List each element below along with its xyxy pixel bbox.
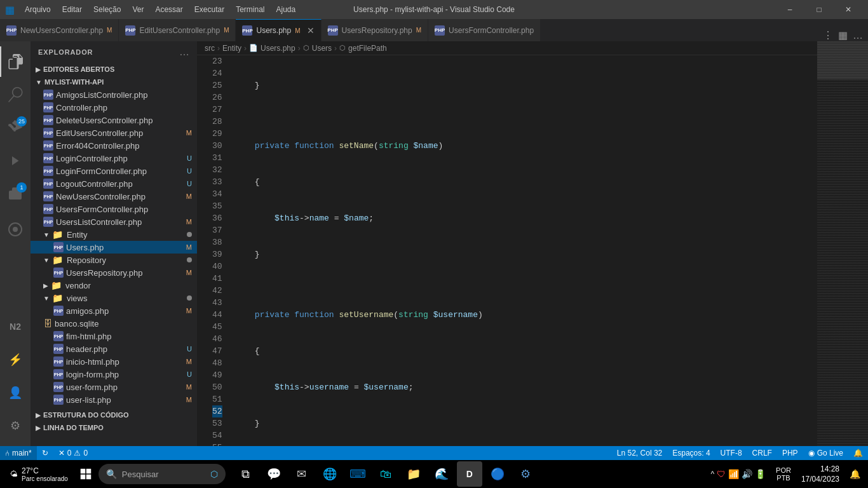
timeline-section[interactable]: ▶ LINHA DO TEMPO (31, 421, 197, 434)
file-usersrepository[interactable]: PHP UsersRepository.php M (31, 266, 197, 279)
edge-taskbar-icon[interactable]: 🔵 (485, 461, 510, 487)
chat-icon[interactable]: 💬 (261, 461, 287, 487)
close-button[interactable]: ✕ (834, 0, 863, 19)
tab-users-active[interactable]: PHP Users.php M ✕ (236, 19, 321, 41)
errors-status[interactable]: ✕ 0 ⚠ 0 (53, 446, 93, 460)
windows-store-icon[interactable]: 🛍 (373, 461, 398, 487)
folder-vendor[interactable]: ▶ 📁 vendor (31, 279, 197, 292)
tab-close-button[interactable]: ✕ (307, 25, 315, 36)
file-loginform[interactable]: PHP login-form.php U (31, 368, 197, 381)
menu-ajuda[interactable]: Ajuda (271, 4, 301, 15)
menu-selecao[interactable]: Seleção (88, 4, 126, 15)
project-section[interactable]: ▼ MYLIST-WITH-API (31, 76, 197, 88)
line-ending-setting[interactable]: CRLF (747, 446, 777, 460)
file-userlist[interactable]: PHP user-list.php M (31, 393, 197, 406)
file-header[interactable]: PHP header.php U (31, 342, 197, 355)
file-amigos[interactable]: PHP amigos.php M (31, 304, 197, 317)
mail-icon[interactable]: ✉ (289, 461, 315, 487)
activity-explorer[interactable] (0, 46, 31, 77)
activity-search[interactable] (0, 79, 31, 110)
file-logoutcontroller[interactable]: PHP LogoutController.php U (31, 177, 197, 190)
go-live-button[interactable]: ◉ Go Live (803, 446, 848, 460)
git-branch-icon: ⑃ (5, 449, 10, 458)
locale-indicator[interactable]: POR PTB (773, 466, 794, 482)
bc-file[interactable]: Users.php (261, 44, 295, 53)
taskview-icon[interactable]: ⧉ (233, 461, 259, 487)
volume-icon[interactable]: 🔊 (742, 469, 752, 479)
file-userslist[interactable]: PHP UsersListController.php M (31, 215, 197, 228)
activity-run[interactable] (0, 146, 31, 176)
activity-remote[interactable] (0, 214, 31, 245)
activity-settings[interactable]: ⚙ (0, 410, 31, 441)
git-branch-status[interactable]: ⑃ main* (0, 446, 37, 460)
activity-git[interactable]: 25 (0, 112, 31, 143)
taskbar-search-bar[interactable]: 🔍 Pesquisar ⬡ (98, 464, 226, 484)
encoding-setting[interactable]: UTF-8 (715, 446, 747, 460)
menu-editar[interactable]: Editar (57, 4, 87, 15)
minimize-button[interactable]: – (775, 0, 804, 19)
notifications-icon[interactable]: 🔔 (848, 446, 868, 460)
file-editusers[interactable]: PHP EditUsersController.php M (31, 126, 197, 139)
file-controller[interactable]: PHP Controller.php (31, 101, 197, 114)
estrutura-section[interactable]: ▶ ESTRUTURA DO CÓDIGO (31, 409, 197, 421)
folder-repository[interactable]: ▼ 📁 Repository (31, 254, 197, 266)
system-clock[interactable]: 14:28 17/04/2023 (796, 464, 844, 484)
restore-button[interactable]: □ (804, 0, 834, 19)
antivirus-icon[interactable]: 🛡 (717, 469, 726, 479)
tab-newuserscontroller[interactable]: PHP NewUsersController.php M (0, 19, 119, 41)
folder-entity[interactable]: ▼ 📁 Entity (31, 228, 197, 241)
split-editor-icon[interactable]: ▦ (838, 29, 848, 41)
start-button[interactable] (76, 464, 96, 484)
new-file-icon[interactable]: … (179, 46, 189, 58)
battery-icon[interactable]: 🔋 (755, 469, 766, 479)
tab-edituserscontroller[interactable]: PHP EditUsersController.php M (119, 19, 236, 41)
file-iniciohtml[interactable]: PHP inicio-html.php M (31, 355, 197, 368)
file-loginformcontroller[interactable]: PHP LoginFormController.php U (31, 165, 197, 177)
menu-terminal[interactable]: Terminal (231, 4, 269, 15)
activity-lightning[interactable]: ⚡ (0, 344, 31, 375)
tab-usersrepository[interactable]: PHP UsersRepository.php M (322, 19, 429, 41)
menu-executar[interactable]: Executar (189, 4, 229, 15)
notification-bell[interactable]: 🔔 (847, 469, 863, 479)
cursor-position[interactable]: Ln 52, Col 32 (612, 446, 667, 460)
vscode-taskbar-icon[interactable]: ⌨ (345, 461, 370, 487)
folder-views[interactable]: ▼ 📁 views (31, 292, 197, 304)
file-bancosqlite[interactable]: 🗄 banco.sqlite (31, 317, 197, 330)
file-error404[interactable]: PHP Error404Controller.php (31, 139, 197, 152)
network-icon[interactable]: 📶 (728, 469, 739, 479)
menu-arquivo[interactable]: Arquivo (20, 4, 56, 15)
minimap-slider[interactable] (817, 41, 868, 79)
file-explorer-icon[interactable]: 📁 (401, 461, 426, 487)
code-editor[interactable]: 23 24 25 26 27 28 29 30 31 32 33 34 35 3… (197, 55, 817, 446)
tab-usersformcontroller[interactable]: PHP UsersFormController.php (428, 19, 541, 41)
activity-account[interactable]: 👤 (0, 377, 31, 408)
activity-extensions[interactable]: 1 (0, 179, 31, 209)
tray-expand-icon[interactable]: ^ (710, 470, 714, 478)
open-editors-section[interactable]: ▶ EDITORES ABERTOS (31, 63, 197, 76)
open-editors-icon[interactable]: ⋮ (823, 29, 833, 41)
bc-method[interactable]: getFilePath (348, 44, 387, 53)
file-logincontroller[interactable]: PHP LoginController.php U (31, 152, 197, 165)
activity-n2[interactable]: N2 (0, 311, 31, 342)
file-users-selected[interactable]: PHP Users.php M (31, 241, 197, 254)
file-usersform[interactable]: PHP UsersFormController.php (31, 203, 197, 215)
taskbar-weather[interactable]: 🌤 27°C Parc ensolarado (5, 466, 73, 482)
file-newusers[interactable]: PHP NewUsersController.php M (31, 190, 197, 203)
bc-entity[interactable]: Entity (222, 44, 241, 53)
file-amigoslistcontroller[interactable]: PHP AmigosListController.php (31, 88, 197, 101)
browser-icon[interactable]: 🌐 (317, 461, 342, 487)
sync-status[interactable]: ↻ (37, 446, 53, 460)
file-userform[interactable]: PHP user-form.php M (31, 381, 197, 393)
spaces-setting[interactable]: Espaços: 4 (667, 446, 715, 460)
dell-icon[interactable]: D (457, 461, 482, 487)
menu-ver[interactable]: Ver (127, 4, 149, 15)
devtools-icon[interactable]: ⚙ (513, 461, 538, 487)
file-fimhtml[interactable]: PHP fim-html.php (31, 330, 197, 342)
menu-acessar[interactable]: Acessar (150, 4, 187, 15)
bc-src[interactable]: src (205, 44, 215, 53)
edge-icon[interactable]: 🌊 (429, 461, 454, 487)
more-actions-icon[interactable]: … (853, 30, 863, 41)
file-deleteusers[interactable]: PHP DeleteUsersController.php (31, 114, 197, 126)
bc-class[interactable]: Users (312, 44, 332, 53)
language-mode[interactable]: PHP (777, 446, 803, 460)
